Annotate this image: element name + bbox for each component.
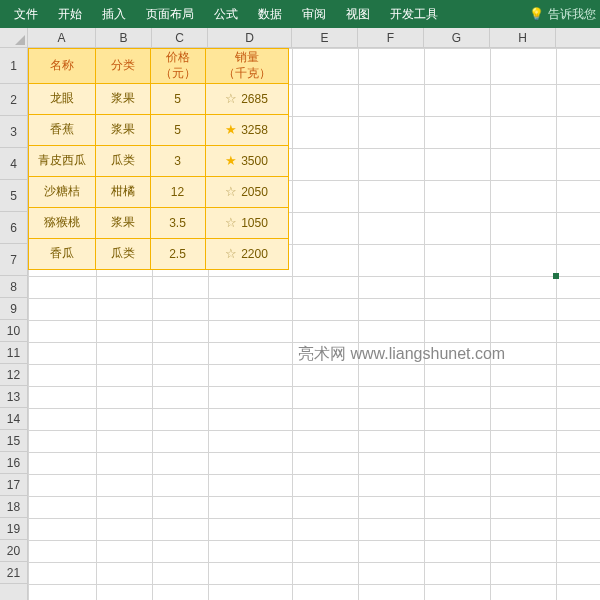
table-cell[interactable]: 12 <box>150 176 206 208</box>
table-header-cell[interactable]: 销量 （千克） <box>205 48 289 84</box>
ribbon-tab-6[interactable]: 审阅 <box>292 0 336 28</box>
row-header-15[interactable]: 15 <box>0 430 27 452</box>
row-header-2[interactable]: 2 <box>0 84 27 116</box>
table-cell[interactable]: ☆1050 <box>205 207 289 239</box>
table-cell[interactable]: 浆果 <box>95 207 151 239</box>
table-cell[interactable]: 5 <box>150 83 206 115</box>
row-header-10[interactable]: 10 <box>0 320 27 342</box>
table-cell[interactable]: 柑橘 <box>95 176 151 208</box>
sales-value: 3500 <box>241 154 268 168</box>
lightbulb-icon: 💡 <box>529 7 544 21</box>
row-header-19[interactable]: 19 <box>0 518 27 540</box>
table-cell[interactable]: 青皮西瓜 <box>28 145 96 177</box>
row-header-9[interactable]: 9 <box>0 298 27 320</box>
row-header-4[interactable]: 4 <box>0 148 27 180</box>
col-header-D[interactable]: D <box>208 28 292 47</box>
star-icon: ★ <box>225 122 237 137</box>
col-header-B[interactable]: B <box>96 28 152 47</box>
table-cell[interactable]: 瓜类 <box>95 238 151 270</box>
column-headers: ABCDEFGH <box>28 28 600 48</box>
col-header-A[interactable]: A <box>28 28 96 47</box>
ribbon-tab-3[interactable]: 页面布局 <box>136 0 204 28</box>
table-header-cell[interactable]: 价格 （元） <box>150 48 206 84</box>
ribbon-tab-4[interactable]: 公式 <box>204 0 248 28</box>
col-header-C[interactable]: C <box>152 28 208 47</box>
row-header-7[interactable]: 7 <box>0 244 27 276</box>
table-cell[interactable]: 2.5 <box>150 238 206 270</box>
star-icon: ★ <box>225 153 237 168</box>
sales-value: 2685 <box>241 92 268 106</box>
col-header-E[interactable]: E <box>292 28 358 47</box>
table-cell[interactable]: ★3258 <box>205 114 289 146</box>
table-cell[interactable]: 5 <box>150 114 206 146</box>
row-header-11[interactable]: 11 <box>0 342 27 364</box>
row-header-20[interactable]: 20 <box>0 540 27 562</box>
row-header-1[interactable]: 1 <box>0 48 27 84</box>
row-header-21[interactable]: 21 <box>0 562 27 584</box>
sales-value: 3258 <box>241 123 268 137</box>
table-header-cell[interactable]: 分类 <box>95 48 151 84</box>
col-header-G[interactable]: G <box>424 28 490 47</box>
table-cell[interactable]: 香瓜 <box>28 238 96 270</box>
tell-me[interactable]: 💡 告诉我您 <box>529 6 600 23</box>
table-cell[interactable]: 3 <box>150 145 206 177</box>
star-icon: ☆ <box>225 215 237 230</box>
ribbon-tab-5[interactable]: 数据 <box>248 0 292 28</box>
row-headers: 123456789101112131415161718192021 <box>0 48 28 600</box>
ribbon-tab-8[interactable]: 开发工具 <box>380 0 448 28</box>
sales-value: 1050 <box>241 216 268 230</box>
grid-area[interactable]: 名称分类价格 （元）销量 （千克）龙眼浆果5☆2685香蕉浆果5★3258青皮西… <box>28 48 600 600</box>
table-cell[interactable]: ☆2685 <box>205 83 289 115</box>
table-cell[interactable]: 沙糖桔 <box>28 176 96 208</box>
row-header-13[interactable]: 13 <box>0 386 27 408</box>
ribbon-tab-1[interactable]: 开始 <box>48 0 92 28</box>
table-cell[interactable]: 3.5 <box>150 207 206 239</box>
table-cell[interactable]: ☆2200 <box>205 238 289 270</box>
spreadsheet: ABCDEFGH 1234567891011121314151617181920… <box>0 28 600 600</box>
table-cell[interactable]: 浆果 <box>95 114 151 146</box>
star-icon: ☆ <box>225 246 237 261</box>
tell-me-label: 告诉我您 <box>548 6 596 23</box>
table-cell[interactable]: ★3500 <box>205 145 289 177</box>
ribbon-tab-7[interactable]: 视图 <box>336 0 380 28</box>
row-header-16[interactable]: 16 <box>0 452 27 474</box>
row-header-12[interactable]: 12 <box>0 364 27 386</box>
row-header-3[interactable]: 3 <box>0 116 27 148</box>
table-cell[interactable]: 浆果 <box>95 83 151 115</box>
table-cell[interactable]: 龙眼 <box>28 83 96 115</box>
row-header-5[interactable]: 5 <box>0 180 27 212</box>
row-header-14[interactable]: 14 <box>0 408 27 430</box>
ribbon-tab-2[interactable]: 插入 <box>92 0 136 28</box>
table-cell[interactable]: ☆2050 <box>205 176 289 208</box>
col-header-F[interactable]: F <box>358 28 424 47</box>
data-table: 名称分类价格 （元）销量 （千克）龙眼浆果5☆2685香蕉浆果5★3258青皮西… <box>28 48 288 269</box>
row-header-17[interactable]: 17 <box>0 474 27 496</box>
sales-value: 2050 <box>241 185 268 199</box>
fill-handle[interactable] <box>553 273 559 279</box>
table-cell[interactable]: 香蕉 <box>28 114 96 146</box>
row-header-18[interactable]: 18 <box>0 496 27 518</box>
row-header-6[interactable]: 6 <box>0 212 27 244</box>
table-header-cell[interactable]: 名称 <box>28 48 96 84</box>
sales-value: 2200 <box>241 247 268 261</box>
table-cell[interactable]: 猕猴桃 <box>28 207 96 239</box>
star-icon: ☆ <box>225 184 237 199</box>
ribbon: 文件开始插入页面布局公式数据审阅视图开发工具 💡 告诉我您 <box>0 0 600 28</box>
table-cell[interactable]: 瓜类 <box>95 145 151 177</box>
row-header-8[interactable]: 8 <box>0 276 27 298</box>
select-all-corner[interactable] <box>0 28 28 48</box>
star-icon: ☆ <box>225 91 237 106</box>
col-header-H[interactable]: H <box>490 28 556 47</box>
ribbon-tab-0[interactable]: 文件 <box>4 0 48 28</box>
